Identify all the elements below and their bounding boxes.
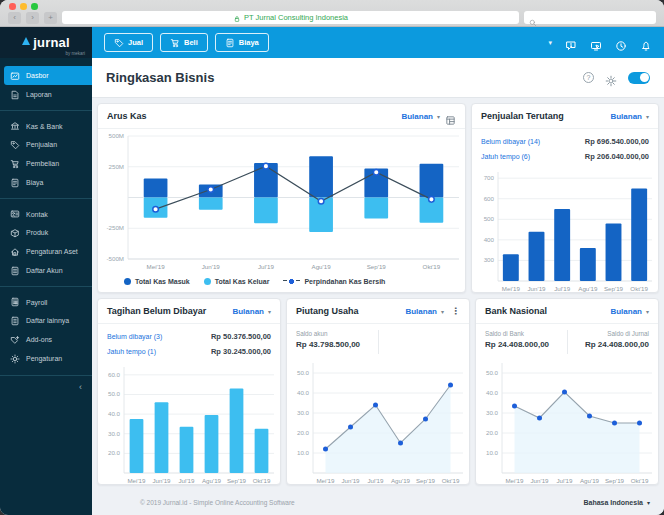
sidebar-item[interactable]: Dasbor [4, 66, 92, 85]
kebab-menu-icon[interactable]: ⋮ [451, 306, 460, 316]
svg-text:Agu'19: Agu'19 [202, 477, 222, 484]
balance-label: Saldo akun [296, 330, 370, 337]
language-selector[interactable]: Bahasa Indonesia ▾ [583, 499, 650, 506]
contact-icon [10, 209, 20, 219]
sidebar-item[interactable]: Biaya [0, 173, 92, 192]
svg-text:600: 600 [484, 195, 495, 202]
caret-down-icon: ▾ [441, 308, 444, 315]
sidebar-item[interactable]: Daftar Akun [0, 261, 92, 280]
period-dropdown[interactable]: Bulanan ▾ [610, 307, 649, 316]
screen-share-icon[interactable] [590, 37, 602, 49]
svg-text:50.0: 50.0 [297, 369, 310, 376]
caret-down-icon: ▾ [437, 113, 440, 120]
stat-link[interactable]: Belum dibayar (3) [107, 333, 162, 340]
forward-arrow-icon[interactable]: › [26, 12, 39, 24]
sidebar-item-label: Laporan [26, 91, 52, 98]
lock-icon [233, 14, 241, 22]
jurnal-logo-mark-icon [22, 37, 30, 45]
period-dropdown[interactable]: Bulanan ▾ [401, 112, 440, 121]
svg-text:Jul'19: Jul'19 [179, 477, 196, 484]
sidebar-item[interactable]: Payroll [0, 286, 92, 311]
notifications-icon[interactable] [640, 37, 652, 49]
quick-action-button[interactable]: Biaya [215, 33, 269, 52]
tag-icon [10, 140, 20, 150]
addons-icon [10, 335, 20, 345]
minimize-window-button[interactable] [20, 3, 27, 10]
sidebar-item-label: Daftar lainnya [26, 317, 69, 324]
address-bar[interactable]: PT Jurnal Consulting Indonesia [62, 11, 519, 24]
svg-text:-250M: -250M [106, 224, 124, 231]
sidebar-item[interactable]: Kontak [0, 198, 92, 223]
legend-item: Total Kas Keluar [204, 278, 270, 285]
svg-text:20.0: 20.0 [108, 449, 121, 456]
stat-row: Jatuh tempo (1) Rp 30.245.000,00 [107, 344, 271, 359]
sidebar-item[interactable]: Laporan [0, 85, 92, 104]
add-tab-icon[interactable]: + [44, 12, 57, 24]
chat-alert-icon[interactable] [565, 37, 577, 49]
card-title: Bank Nasional [485, 306, 547, 316]
help-icon[interactable]: ? [583, 72, 594, 83]
svg-text:30.0: 30.0 [486, 409, 499, 416]
card-title: Piutang Usaha [296, 306, 359, 316]
legend-item: Perpindahan Kas Bersih [283, 278, 385, 285]
history-icon[interactable] [615, 37, 627, 49]
stat-link[interactable]: Belum dibayar (14) [481, 138, 540, 145]
sidebar-item-label: Kas & Bank [26, 123, 63, 130]
sidebar-item[interactable]: Pengaturan Aset [0, 242, 92, 261]
search-input[interactable] [524, 11, 656, 24]
close-window-button[interactable] [9, 3, 16, 10]
sidebar-item[interactable]: Add-ons [0, 330, 92, 349]
product-icon [10, 228, 20, 238]
stat-value: Rp 696.540.000,00 [585, 137, 649, 146]
sidebar-item-label: Biaya [26, 179, 44, 186]
svg-text:Agu'19: Agu'19 [391, 477, 411, 484]
dashboard-toggle[interactable] [628, 72, 650, 84]
caret-down-icon[interactable]: ▾ [548, 39, 552, 47]
sidebar-item-label: Pengaturan Aset [26, 248, 78, 255]
legend-swatch [124, 278, 131, 285]
table-view-icon[interactable] [445, 111, 456, 122]
svg-text:500: 500 [484, 215, 495, 222]
svg-text:Mei'19: Mei'19 [127, 477, 146, 484]
period-dropdown[interactable]: Bulanan ▾ [610, 112, 649, 121]
quick-action-button[interactable]: Jual [104, 33, 153, 52]
svg-text:500M: 500M [109, 132, 124, 139]
card-tagihan-belum-dibayar: Tagihan Belum Dibayar Bulanan ▾ [97, 298, 281, 485]
svg-text:50.0: 50.0 [486, 369, 499, 376]
penjualan-terutang-chart: 700600500400300Mei'19Jun'19Jul'19Agu'19S… [472, 165, 658, 292]
sidebar-item[interactable]: Produk [0, 223, 92, 242]
svg-text:Sep'19: Sep'19 [227, 477, 247, 484]
sidebar-collapse-button[interactable]: ‹ [0, 375, 92, 392]
balance-label: Saldo di Jurnal [576, 330, 650, 337]
sidebar-item[interactable]: Pembelian [0, 154, 92, 173]
period-dropdown[interactable]: Bulanan ▾ [405, 307, 444, 316]
sidebar-item[interactable]: Kas & Bank [0, 110, 92, 135]
jurnal-logo[interactable]: jurnal by mekari [0, 27, 92, 58]
stat-link[interactable]: Jatuh tempo (1) [107, 348, 156, 355]
stat-link[interactable]: Jatuh tempo (6) [481, 153, 530, 160]
balance-block: Saldo di Bank Rp 24.408.000,00 [485, 330, 568, 354]
svg-text:Okt'19: Okt'19 [630, 285, 648, 292]
gear-icon[interactable] [605, 72, 617, 84]
sidebar-item[interactable]: Penjualan [0, 135, 92, 154]
legend-swatch [204, 278, 211, 285]
bank-nasional-chart: 50.040.030.020.010.0Mei'19Jun'19Jul'19Ag… [476, 356, 658, 484]
stat-value: Rp 30.245.000,00 [211, 347, 271, 356]
back-arrow-icon[interactable]: ‹ [8, 12, 21, 24]
svg-text:Mei'19: Mei'19 [316, 477, 335, 484]
sidebar-item[interactable]: Daftar lainnya [0, 311, 92, 330]
maximize-window-button[interactable] [31, 3, 38, 10]
bank-icon [10, 121, 20, 131]
card-arus-kas: Arus Kas Bulanan ▾ 500M250M-250M-500MMei… [97, 103, 466, 293]
tagihan-chart: 60.050.040.030.020.0Mei'19Jun'19Jul'19Ag… [98, 360, 280, 484]
svg-text:10.0: 10.0 [297, 449, 310, 456]
legend-item: Total Kas Masuk [124, 278, 190, 285]
svg-text:Sep'19: Sep'19 [367, 263, 387, 270]
period-dropdown[interactable]: Bulanan ▾ [232, 307, 271, 316]
caret-down-icon: ▾ [268, 308, 271, 315]
quick-action-button[interactable]: Beli [160, 33, 208, 52]
sidebar-item[interactable]: Pengaturan [0, 349, 92, 368]
svg-text:20.0: 20.0 [297, 429, 310, 436]
svg-text:Okt'19: Okt'19 [442, 477, 460, 484]
account-list-icon [10, 266, 20, 276]
